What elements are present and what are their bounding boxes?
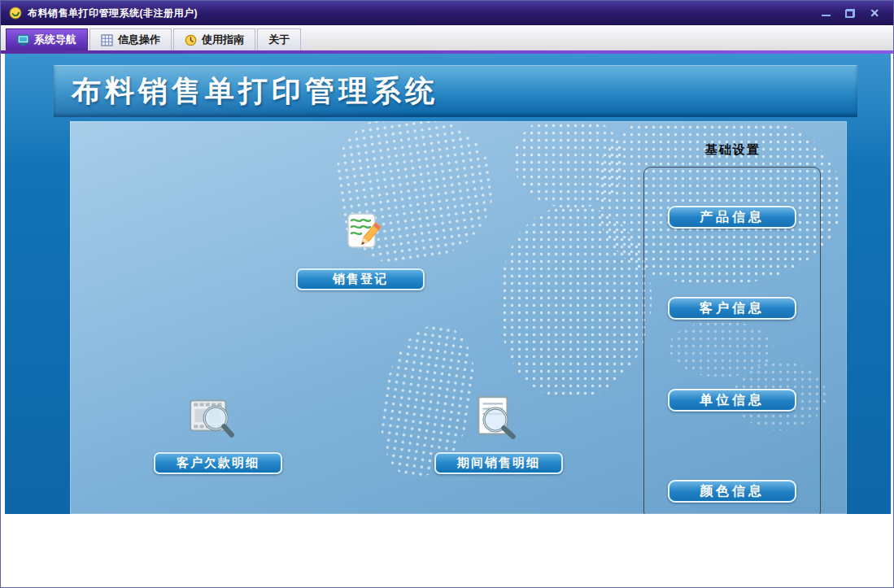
- product-info-button[interactable]: 产品信息: [668, 206, 796, 229]
- titlebar: 布料销售单打印管理系统(非注册用户) ✕: [1, 1, 893, 25]
- period-sales-label: 期间销售明细: [457, 455, 540, 471]
- map-dots-europe: [513, 121, 623, 208]
- customer-info-button[interactable]: 客户信息: [668, 297, 796, 320]
- settings-title: 基础设置: [643, 142, 822, 158]
- tab-about[interactable]: 关于: [257, 28, 301, 50]
- unit-info-label: 单位信息: [700, 392, 765, 409]
- note-pencil-icon[interactable]: [342, 211, 383, 253]
- banner: 布料销售单打印管理系统: [54, 65, 857, 117]
- tab-user-guide[interactable]: 使用指南: [173, 28, 255, 50]
- clock-icon: [185, 34, 197, 46]
- product-info-label: 产品信息: [700, 209, 765, 226]
- sales-register-button[interactable]: 销售登记: [296, 268, 425, 290]
- unit-info-button[interactable]: 单位信息: [668, 389, 796, 412]
- close-button[interactable]: ✕: [869, 7, 880, 19]
- color-info-label: 颜色信息: [700, 483, 765, 500]
- tab-label: 系统导航: [34, 33, 76, 47]
- sales-register-label: 销售登记: [333, 272, 388, 287]
- banner-title: 布料销售单打印管理系统: [72, 72, 438, 111]
- minimize-icon: [822, 15, 831, 16]
- tab-system-nav[interactable]: 系统导航: [6, 28, 88, 50]
- film-magnifier-icon[interactable]: [188, 392, 237, 441]
- window-title: 布料销售单打印管理系统(非注册用户): [28, 7, 198, 20]
- app-icon: [9, 7, 22, 20]
- map-panel: 销售登记 客户欠款明细: [70, 121, 847, 514]
- close-icon: ✕: [870, 7, 879, 19]
- color-info-button[interactable]: 颜色信息: [668, 480, 796, 503]
- doc-magnifier-icon[interactable]: [471, 394, 520, 442]
- period-sales-button[interactable]: 期间销售明细: [434, 452, 563, 474]
- grid-icon: [101, 34, 113, 46]
- tab-strip: 系统导航 信息操作 使用指南 关于: [1, 25, 893, 50]
- minimize-button[interactable]: [820, 7, 831, 19]
- restore-icon: [845, 9, 855, 18]
- monitor-icon: [17, 34, 29, 46]
- customer-info-label: 客户信息: [700, 300, 765, 317]
- tab-label: 信息操作: [118, 33, 160, 47]
- main-area: 布料销售单打印管理系统: [5, 54, 891, 514]
- map-dots-africa: [501, 207, 652, 398]
- customer-debt-label: 客户欠款明细: [177, 455, 259, 471]
- tab-info-operations[interactable]: 信息操作: [89, 28, 172, 50]
- app-window: 布料销售单打印管理系统(非注册用户) ✕ 系统导航 信息操作: [0, 0, 894, 588]
- customer-debt-button[interactable]: 客户欠款明细: [154, 452, 282, 474]
- tab-label: 关于: [268, 33, 290, 47]
- tab-label: 使用指南: [202, 33, 244, 47]
- restore-button[interactable]: [844, 7, 856, 19]
- window-controls: ✕: [820, 7, 885, 19]
